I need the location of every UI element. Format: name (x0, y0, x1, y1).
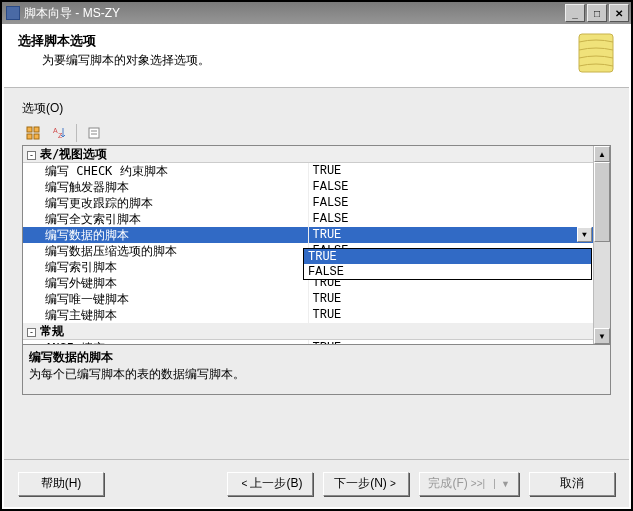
option-row[interactable]: 编写更改跟踪的脚本FALSE (23, 195, 593, 211)
page-subtitle: 为要编写脚本的对象选择选项。 (18, 52, 615, 69)
property-pages-button[interactable] (83, 123, 105, 143)
note-icon (573, 30, 619, 76)
cancel-button[interactable]: 取消 (529, 472, 615, 496)
minimize-button[interactable]: _ (565, 4, 585, 22)
svg-rect-3 (27, 134, 32, 139)
dropdown-option[interactable]: FALSE (304, 264, 591, 279)
dropdown-option[interactable]: TRUE (304, 249, 591, 264)
dropdown-arrow-icon[interactable]: ▼ (577, 227, 592, 242)
grid-toolbar: AZ (22, 123, 611, 143)
option-row[interactable]: ANSI 填充TRUE (23, 340, 593, 345)
collapse-icon[interactable]: - (27, 328, 36, 337)
chevron-down-icon: ▼ (494, 479, 510, 489)
scroll-up-button[interactable]: ▲ (594, 146, 610, 162)
option-row[interactable]: 编写触发器脚本FALSE (23, 179, 593, 195)
wizard-header: 选择脚本选项 为要编写脚本的对象选择选项。 (4, 24, 629, 88)
svg-text:Z: Z (58, 132, 63, 139)
options-grid: -表/视图选项 编写 CHECK 约束脚本TRUE 编写触发器脚本FALSE 编… (22, 145, 611, 345)
scroll-down-button[interactable]: ▼ (594, 328, 610, 344)
svg-rect-2 (34, 127, 39, 132)
vertical-scrollbar[interactable]: ▲ ▼ (593, 146, 610, 344)
app-icon (6, 6, 20, 20)
back-button[interactable]: <上一步(B) (227, 472, 313, 496)
option-row[interactable]: 编写 CHECK 约束脚本TRUE (23, 163, 593, 180)
close-button[interactable]: ✕ (609, 4, 629, 22)
alphabetical-view-button[interactable]: AZ (48, 123, 70, 143)
maximize-button[interactable]: □ (587, 4, 607, 22)
scroll-thumb[interactable] (594, 162, 610, 242)
option-row[interactable]: 编写全文索引脚本FALSE (23, 211, 593, 227)
options-label: 选项(O) (22, 100, 611, 117)
description-pane: 编写数据的脚本 为每个已编写脚本的表的数据编写脚本。 (22, 345, 611, 395)
wizard-footer: 帮助(H) <上一步(B) 下一步(N)> 完成(F)>>|▼ 取消 (4, 459, 629, 507)
category-row[interactable]: -表/视图选项 (23, 146, 593, 163)
titlebar: 脚本向导 - MS-ZY _ □ ✕ (2, 2, 631, 24)
option-row[interactable]: 编写唯一键脚本TRUE (23, 291, 593, 307)
next-button[interactable]: 下一步(N)> (323, 472, 409, 496)
option-row-selected[interactable]: 编写数据的脚本 TRUE▼ (23, 227, 593, 243)
svg-rect-4 (34, 134, 39, 139)
svg-rect-7 (89, 128, 99, 138)
categorized-view-button[interactable] (22, 123, 44, 143)
description-text: 为每个已编写脚本的表的数据编写脚本。 (29, 366, 604, 383)
collapse-icon[interactable]: - (27, 151, 36, 160)
value-dropdown[interactable]: TRUE FALSE (303, 248, 592, 280)
page-title: 选择脚本选项 (18, 32, 615, 50)
description-title: 编写数据的脚本 (29, 349, 604, 366)
option-row[interactable]: 编写主键脚本TRUE (23, 307, 593, 323)
svg-rect-1 (27, 127, 32, 132)
help-button[interactable]: 帮助(H) (18, 472, 104, 496)
toolbar-separator (76, 124, 77, 142)
finish-button: 完成(F)>>|▼ (419, 472, 519, 496)
window-title: 脚本向导 - MS-ZY (24, 5, 565, 22)
category-row[interactable]: -常规 (23, 323, 593, 340)
